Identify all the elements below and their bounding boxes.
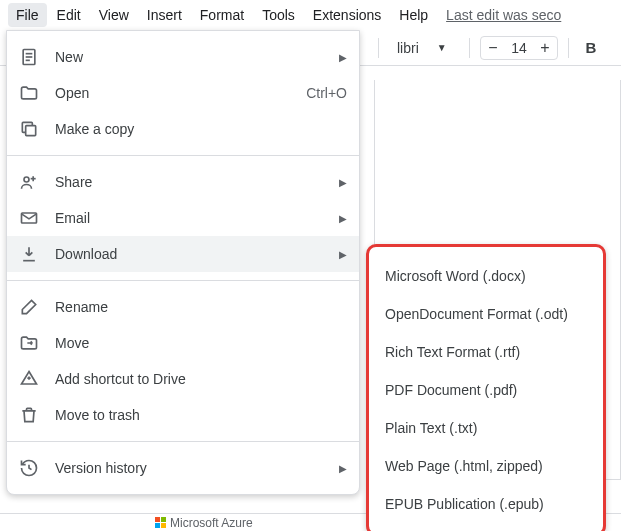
font-size-increase[interactable]: + — [533, 36, 557, 60]
menu-item-new[interactable]: New ▶ — [7, 39, 359, 75]
submenu-arrow-icon: ▶ — [339, 249, 347, 260]
menu-item-version-history[interactable]: Version history ▶ — [7, 450, 359, 486]
submenu-arrow-icon: ▶ — [339, 463, 347, 474]
menu-item-share[interactable]: Share ▶ — [7, 164, 359, 200]
menu-item-download[interactable]: Download ▶ — [7, 236, 359, 272]
menu-item-email[interactable]: Email ▶ — [7, 200, 359, 236]
toolbar-divider — [568, 38, 569, 58]
menu-label: New — [55, 49, 331, 65]
font-size-group: − 14 + — [480, 36, 558, 60]
copy-icon — [19, 119, 39, 139]
menu-label: Rename — [55, 299, 347, 315]
menu-file[interactable]: File — [8, 3, 47, 27]
menu-insert[interactable]: Insert — [139, 3, 190, 27]
download-html[interactable]: Web Page (.html, zipped) — [369, 447, 603, 485]
menu-label: Share — [55, 174, 331, 190]
svg-rect-4 — [26, 126, 36, 136]
toolbar-divider — [469, 38, 470, 58]
menu-label: Move to trash — [55, 407, 347, 423]
download-submenu: Microsoft Word (.docx) OpenDocument Form… — [366, 244, 606, 531]
last-edit-status[interactable]: Last edit was seco — [446, 7, 561, 23]
download-icon — [19, 244, 39, 264]
download-docx[interactable]: Microsoft Word (.docx) — [369, 257, 603, 295]
move-icon — [19, 333, 39, 353]
menu-label: Move — [55, 335, 347, 351]
menu-help[interactable]: Help — [391, 3, 436, 27]
menu-label: Email — [55, 210, 331, 226]
submenu-arrow-icon: ▶ — [339, 52, 347, 63]
menu-item-rename[interactable]: Rename — [7, 289, 359, 325]
menu-item-move-trash[interactable]: Move to trash — [7, 397, 359, 433]
drive-shortcut-icon — [19, 369, 39, 389]
submenu-arrow-icon: ▶ — [339, 177, 347, 188]
menu-separator — [7, 441, 359, 442]
rename-icon — [19, 297, 39, 317]
document-icon — [19, 47, 39, 67]
menu-separator — [7, 280, 359, 281]
menu-view[interactable]: View — [91, 3, 137, 27]
menu-edit[interactable]: Edit — [49, 3, 89, 27]
trash-icon — [19, 405, 39, 425]
svg-point-5 — [24, 177, 29, 182]
menu-extensions[interactable]: Extensions — [305, 3, 389, 27]
download-pdf[interactable]: PDF Document (.pdf) — [369, 371, 603, 409]
font-size-value[interactable]: 14 — [505, 40, 533, 56]
menu-item-open[interactable]: Open Ctrl+O — [7, 75, 359, 111]
share-icon — [19, 172, 39, 192]
download-rtf[interactable]: Rich Text Format (.rtf) — [369, 333, 603, 371]
email-icon — [19, 208, 39, 228]
azure-label: Microsoft Azure — [170, 516, 253, 530]
history-icon — [19, 458, 39, 478]
bold-button[interactable]: B — [579, 39, 603, 56]
chevron-down-icon: ▼ — [437, 42, 447, 53]
font-selector[interactable]: libri ▼ — [389, 36, 459, 60]
menu-tools[interactable]: Tools — [254, 3, 303, 27]
menu-label: Add shortcut to Drive — [55, 371, 347, 387]
toolbar-divider — [378, 38, 379, 58]
menu-label: Make a copy — [55, 121, 347, 137]
microsoft-azure-logo: Microsoft Azure — [155, 516, 253, 530]
menu-shortcut: Ctrl+O — [306, 85, 347, 101]
submenu-arrow-icon: ▶ — [339, 213, 347, 224]
menu-separator — [7, 155, 359, 156]
menu-label: Download — [55, 246, 331, 262]
microsoft-logo-icon — [155, 517, 166, 528]
file-dropdown: New ▶ Open Ctrl+O Make a copy Share ▶ Em… — [6, 30, 360, 495]
menu-item-add-shortcut[interactable]: Add shortcut to Drive — [7, 361, 359, 397]
folder-icon — [19, 83, 39, 103]
menu-label: Version history — [55, 460, 331, 476]
menu-format[interactable]: Format — [192, 3, 252, 27]
download-epub[interactable]: EPUB Publication (.epub) — [369, 485, 603, 523]
menubar: File Edit View Insert Format Tools Exten… — [0, 0, 621, 30]
menu-item-make-copy[interactable]: Make a copy — [7, 111, 359, 147]
font-name: libri — [397, 40, 419, 56]
menu-item-move[interactable]: Move — [7, 325, 359, 361]
menu-label: Open — [55, 85, 306, 101]
download-txt[interactable]: Plain Text (.txt) — [369, 409, 603, 447]
download-odt[interactable]: OpenDocument Format (.odt) — [369, 295, 603, 333]
font-size-decrease[interactable]: − — [481, 36, 505, 60]
